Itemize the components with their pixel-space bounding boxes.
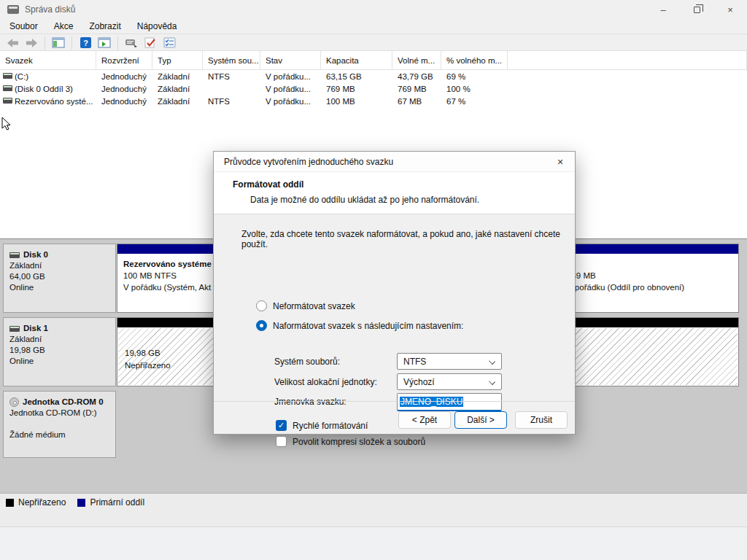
partition-status: V pořádku (Systém, Akt <box>123 281 212 293</box>
cell-typ: Základní <box>152 70 203 82</box>
radio-no-format-label: Neformátovat svazek <box>273 301 355 311</box>
disk-icon <box>9 252 20 258</box>
legend-bar: Nepřiřazeno Primární oddíl <box>0 493 747 526</box>
disk1-size: 19,98 GB <box>9 345 115 356</box>
column-header-svazek[interactable]: Svazek <box>0 51 96 69</box>
cell-rozvrzeni: Jednoduchý <box>96 95 152 107</box>
title-bar: Správa disků – × <box>0 0 747 19</box>
close-icon: × <box>727 4 733 15</box>
cell-fs: NTFS <box>203 95 260 107</box>
compression-label: Povolit kompresi složek a souborů <box>293 437 425 447</box>
cell-volne: 67 MB <box>392 95 441 107</box>
popup-menu-button[interactable] <box>123 36 139 50</box>
action-pane-button[interactable] <box>96 36 112 50</box>
filesystem-select[interactable]: NTFS <box>397 353 502 370</box>
console-tree-button[interactable] <box>50 36 66 50</box>
cd-icon <box>9 397 19 407</box>
column-header-pct[interactable]: % volného m... <box>441 51 508 69</box>
partition-status: V pořádku (Oddíl pro obnovení) <box>567 281 684 293</box>
table-row[interactable]: Rezervováno systé... Jednoduchý Základní… <box>0 95 747 107</box>
column-header-kapacita[interactable]: Kapacita <box>321 51 392 69</box>
column-header-typ[interactable]: Typ <box>152 51 203 69</box>
dialog-footer: < Zpět Další > Zrušit <box>214 401 575 434</box>
restore-icon <box>694 7 700 13</box>
partition-recovery[interactable]: 769 MB V pořádku (Oddíl pro obnovení) <box>560 244 739 313</box>
close-button[interactable]: × <box>713 0 747 19</box>
menu-napoveda[interactable]: Nápověda <box>129 20 185 33</box>
cell-stav: V pořádku... <box>260 82 321 95</box>
dialog-title-bar: Průvodce vytvořením jednoduchého svazku … <box>214 152 575 172</box>
disk1-status: Online <box>9 356 115 367</box>
new-volume-wizard-dialog: Průvodce vytvořením jednoduchého svazku … <box>213 151 576 435</box>
next-button[interactable]: Další > <box>454 411 507 429</box>
menu-akce[interactable]: Akce <box>46 20 82 33</box>
validate-button[interactable] <box>142 36 158 50</box>
dialog-body: Zvolte, zda chcete tento svazek naformát… <box>214 214 575 401</box>
menu-zobrazit[interactable]: Zobrazit <box>81 20 128 33</box>
dialog-title: Průvodce vytvořením jednoduchého svazku <box>224 157 393 167</box>
filesystem-value: NTFS <box>403 357 426 367</box>
filesystem-label: Systém souborů: <box>274 357 340 367</box>
menu-bar: Soubor Akce Zobrazit Nápověda <box>0 19 747 34</box>
toolbar-separator <box>71 36 72 50</box>
radio-format-label: Naformátovat svazek s následujícím nasta… <box>273 321 463 331</box>
cell-rozvrzeni: Jednoduchý <box>96 70 152 82</box>
back-button[interactable]: < Zpět <box>398 411 451 429</box>
disk1-kind: Základní <box>9 334 115 345</box>
disk0-panel[interactable]: Disk 0 Základní 64,00 GB Online <box>3 244 116 313</box>
column-header-volne[interactable]: Volné m... <box>392 51 441 69</box>
column-header-rozvrzeni[interactable]: Rozvržení <box>96 51 152 69</box>
compression-checkbox[interactable]: Povolit kompresi složek a souborů <box>276 436 425 447</box>
menu-soubor[interactable]: Soubor <box>1 20 46 33</box>
taskbar: Hledat <box>0 526 747 560</box>
cell-stav: V pořádku... <box>260 70 321 82</box>
dialog-header: Formátovat oddíl Data je možné do oddílu… <box>214 172 575 214</box>
cell-svazek: (Disk 0 Oddíl 3) <box>15 85 73 93</box>
cell-fs: NTFS <box>203 70 260 82</box>
popup-menu-icon <box>125 38 138 48</box>
radio-unchecked-icon <box>256 300 267 311</box>
forward-button[interactable] <box>23 36 39 50</box>
allocation-value: Výchozí <box>403 377 435 387</box>
legend-unallocated-label: Nepřiřazeno <box>18 497 66 508</box>
cdrom-name: Jednotka CD-ROM 0 <box>23 397 104 408</box>
back-button[interactable] <box>4 36 20 50</box>
radio-no-format[interactable]: Neformátovat svazek <box>256 300 355 311</box>
table-row[interactable]: (Disk 0 Oddíl 3) Jednoduchý Základní V p… <box>0 82 747 95</box>
disk1-panel[interactable]: Disk 1 Základní 19,98 GB Online <box>3 317 116 386</box>
help-button[interactable]: ? <box>77 36 93 50</box>
restore-button[interactable] <box>680 0 713 19</box>
svg-text:?: ? <box>83 39 88 47</box>
dialog-instruction: Zvolte, zda chcete tento svazek naformát… <box>241 229 575 249</box>
cell-kapacita: 769 MB <box>321 82 392 95</box>
allocation-label: Velikost alokační jednotky: <box>274 377 377 387</box>
cell-pct: 67 % <box>441 95 508 107</box>
column-header-stav[interactable]: Stav <box>260 51 321 69</box>
table-row[interactable]: (C:) Jednoduchý Základní NTFS V pořádku.… <box>0 70 747 82</box>
cell-svazek: Rezervováno systé... <box>15 97 93 106</box>
legend-primary: Primární oddíl <box>77 497 144 508</box>
allocation-select[interactable]: Výchozí <box>397 373 502 390</box>
window-title: Správa disků <box>25 4 75 15</box>
cell-rozvrzeni: Jednoduchý <box>96 82 152 95</box>
minimize-button[interactable]: – <box>646 0 680 19</box>
cell-kapacita: 63,15 GB <box>321 70 392 82</box>
radio-format[interactable]: Naformátovat svazek s následujícím nasta… <box>256 320 463 331</box>
cdrom-panel[interactable]: Jednotka CD-ROM 0 Jednotka CD-ROM (D:) Ž… <box>3 391 116 458</box>
cancel-button[interactable]: Zrušit <box>515 411 568 429</box>
toolbar: ? <box>0 35 747 51</box>
partition-size: 100 MB NTFS <box>123 270 212 281</box>
disk-icon <box>9 326 20 332</box>
back-arrow-icon <box>7 38 19 48</box>
close-icon: × <box>557 156 563 168</box>
unallocated-size: 19,98 GB <box>125 347 171 359</box>
checklist-button[interactable] <box>161 36 177 50</box>
cdrom-kind: Jednotka CD-ROM (D:) <box>9 408 115 419</box>
dialog-close-button[interactable]: × <box>549 153 572 171</box>
column-header-system[interactable]: Systém sou... <box>203 51 260 69</box>
chevron-down-icon <box>489 358 495 365</box>
chevron-down-icon <box>489 378 495 385</box>
cell-volne: 43,79 GB <box>392 70 441 82</box>
cdrom-status: Žádné médium <box>9 429 115 440</box>
cell-fs <box>203 82 260 95</box>
